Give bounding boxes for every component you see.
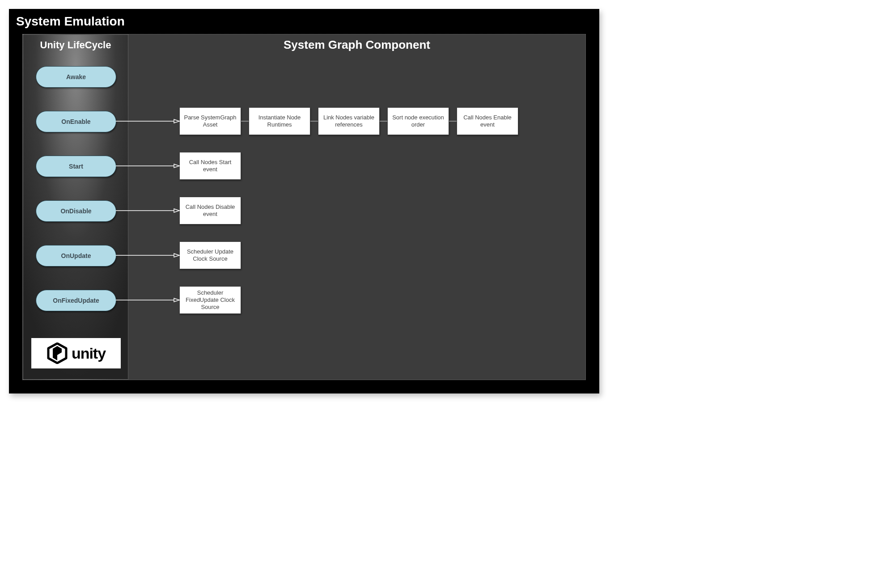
svg-marker-4 xyxy=(174,119,179,123)
component-title: System Graph Component xyxy=(128,38,585,52)
connector-4 xyxy=(449,119,457,123)
inner-panel: Unity LifeCycle Awake OnEnable Start OnD… xyxy=(22,34,586,380)
connector-2 xyxy=(310,119,318,123)
lifecycle-panel: Unity LifeCycle Awake OnEnable Start OnD… xyxy=(23,34,128,380)
main-title: System Emulation xyxy=(9,9,599,32)
box-sort-order: Sort node execution order xyxy=(387,107,449,135)
box-link-nodes: Link Nodes variable references xyxy=(318,107,380,135)
lifecycle-pill-onfixedupdate: OnFixedUpdate xyxy=(36,290,116,311)
box-enable-event: Call Nodes Enable event xyxy=(457,107,518,135)
connector-3 xyxy=(380,119,387,123)
lifecycle-pill-start: Start xyxy=(36,156,116,177)
connector-1 xyxy=(241,119,249,123)
svg-marker-12 xyxy=(174,298,179,302)
arrow-onenable xyxy=(116,119,179,124)
unity-logo-icon xyxy=(47,343,68,364)
arrow-ondisable xyxy=(116,209,179,213)
box-parse-asset: Parse SystemGraph Asset xyxy=(179,107,241,135)
box-instantiate: Instantiate Node Runtimes xyxy=(249,107,310,135)
arrow-onupdate xyxy=(116,254,179,258)
diagram-frame: System Emulation Unity LifeCycle Awake O… xyxy=(9,9,599,393)
lifecycle-pill-onupdate: OnUpdate xyxy=(36,245,116,267)
arrow-start xyxy=(116,164,179,169)
svg-marker-6 xyxy=(174,164,179,168)
lifecycle-title: Unity LifeCycle xyxy=(23,35,128,59)
box-start-event: Call Nodes Start event xyxy=(179,152,241,180)
unity-logo-text: unity xyxy=(72,345,106,362)
lifecycle-pill-ondisable: OnDisable xyxy=(36,200,116,222)
lifecycle-pill-onenable: OnEnable xyxy=(36,111,116,132)
svg-marker-8 xyxy=(174,209,179,212)
box-fixedupdate-clock: Scheduler FixedUpdate Clock Source xyxy=(179,286,241,314)
box-disable-event: Call Nodes Disable event xyxy=(179,197,241,224)
svg-marker-10 xyxy=(174,254,179,257)
lifecycle-pill-awake: Awake xyxy=(36,66,116,88)
arrow-onfixedupdate xyxy=(116,298,179,303)
box-update-clock: Scheduler Update Clock Source xyxy=(179,241,241,269)
unity-logo: unity xyxy=(31,338,121,368)
